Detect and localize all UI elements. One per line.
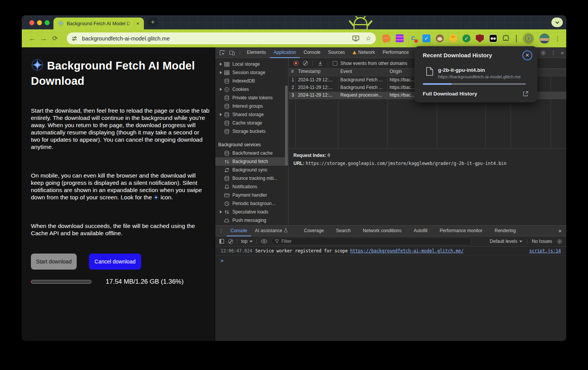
log-source-link[interactable]: script.js:14	[529, 248, 561, 254]
execution-context-selector[interactable]: top	[241, 239, 253, 244]
extension-co-icon[interactable]: C	[409, 34, 417, 42]
console-filter[interactable]	[271, 238, 472, 245]
drawer-tab-performance-monitor[interactable]: Performance monitor	[436, 226, 486, 236]
drawer-tab-search[interactable]: Search	[332, 226, 354, 236]
sidebar-item-local-storage[interactable]: Local storage	[215, 60, 288, 68]
browser-menu-kebab-icon[interactable]: ⋮	[555, 35, 560, 42]
forward-icon[interactable]: →	[38, 34, 49, 43]
expand-triangle-icon[interactable]	[218, 113, 223, 116]
drawer-menu-kebab-icon[interactable]: ⋮	[219, 228, 224, 234]
sidebar-item-storage-buckets[interactable]: Storage buckets	[215, 127, 288, 136]
default-levels-selector[interactable]: Default levels	[490, 239, 522, 244]
tab-performance[interactable]: Performance	[379, 47, 413, 58]
profile-avatar[interactable]	[540, 34, 549, 44]
drawer-tab-ai-assistance[interactable]: AI assistance	[251, 226, 292, 236]
drawer-tab-autofill[interactable]: Autofill	[410, 226, 431, 236]
expand-triangle-icon[interactable]	[218, 88, 223, 91]
extensions-puzzle-icon[interactable]	[503, 35, 510, 42]
sidebar-item-notifications[interactable]: Notifications	[215, 183, 288, 191]
extension-worker-icon[interactable]	[449, 34, 457, 42]
save-events-icon[interactable]	[317, 60, 323, 66]
drawer-close-icon[interactable]: ×	[558, 228, 562, 234]
close-window-button[interactable]	[29, 20, 34, 25]
log-scope-link[interactable]: https://backgroundfetch-ai-model.glitch.…	[350, 248, 464, 254]
tab-sources[interactable]: Sources	[324, 47, 349, 58]
start-download-button[interactable]: Start download	[31, 254, 77, 270]
sidebar-item-private-state-tokens[interactable]: Private state tokens	[215, 94, 288, 102]
omnibox[interactable]: backgroundfetch-ai-model.glitch.me ☆	[67, 32, 376, 44]
tab-elements[interactable]: Elements	[243, 47, 270, 58]
bookmark-star-icon[interactable]: ☆	[366, 34, 371, 42]
external-link-icon[interactable]	[522, 90, 529, 97]
sidebar-item-speculative-loads[interactable]: Speculative loads	[215, 208, 288, 216]
expand-triangle-icon[interactable]	[218, 210, 223, 213]
install-app-icon[interactable]	[352, 35, 359, 42]
issues-counter[interactable]: No Issues	[532, 239, 552, 244]
download-progress-button[interactable]	[523, 33, 534, 44]
sidebar-scrollbar[interactable]	[285, 86, 288, 166]
url-text[interactable]: backgroundfetch-ai-model.glitch.me	[82, 36, 352, 42]
devtools-menu-kebab-icon[interactable]: ⋮	[551, 50, 556, 56]
drawer-tab-rendering[interactable]: Rendering	[491, 226, 519, 236]
extension-shield-icon[interactable]	[476, 34, 484, 42]
sidebar-item-session-storage[interactable]: Session storage	[215, 68, 288, 77]
extension-stack-icon[interactable]	[396, 34, 404, 42]
devtools-settings-gear-icon[interactable]	[540, 50, 546, 56]
filter-input[interactable]	[281, 239, 468, 244]
sidebar-item-back-forward-cache[interactable]: Back/forward cache	[215, 149, 288, 157]
show-events-checkbox[interactable]	[333, 61, 337, 66]
extension-goggles-icon[interactable]	[489, 34, 497, 42]
new-tab-button[interactable]: +	[148, 17, 158, 27]
clear-icon[interactable]	[303, 61, 308, 66]
console-sidebar-icon[interactable]	[219, 239, 224, 244]
back-icon[interactable]: ←	[26, 34, 38, 43]
zoom-window-button[interactable]	[45, 20, 50, 25]
drawer-tab-coverage[interactable]: Coverage	[300, 226, 328, 236]
inspect-element-icon[interactable]	[219, 50, 225, 56]
tab-console[interactable]: Console	[300, 47, 324, 58]
tab-close-icon[interactable]: ×	[135, 21, 141, 26]
extension-check-blue-icon[interactable]: ✓	[422, 34, 430, 42]
devtools-close-icon[interactable]: ×	[561, 50, 564, 56]
download-file-name[interactable]: g-2b-it-gpu-int4.bin	[438, 67, 485, 73]
sidebar-item-bounce-tracking[interactable]: Bounce tracking miti...	[215, 174, 288, 183]
extension-monkey-icon[interactable]	[436, 34, 444, 42]
sidebar-item-indexeddb[interactable]: IndexedDB	[215, 77, 288, 85]
popup-close-button[interactable]: ✕	[522, 50, 532, 60]
sidebar-item-periodic-background-sync[interactable]: Periodic backgroun...	[215, 199, 288, 208]
cancel-download-button[interactable]: Cancel download	[89, 254, 141, 270]
sidebar-item-cache-storage[interactable]: Cache storage	[215, 119, 288, 127]
drawer-tab-console[interactable]: Console	[227, 226, 251, 236]
sidebar-item-shared-storage[interactable]: Shared storage	[215, 110, 288, 119]
full-download-history-link[interactable]: Full Download History	[423, 91, 477, 97]
extension-green-check-icon[interactable]: ✓	[462, 34, 470, 42]
tab-favicon-sparkle-icon	[58, 21, 64, 26]
sidebar-item-cookies[interactable]: Cookies	[215, 85, 288, 94]
drawer-tab-network-conditions[interactable]: Network conditions	[359, 226, 405, 236]
minimize-window-button[interactable]	[37, 20, 42, 25]
sidebar-item-payment-handler[interactable]: Payment handler	[215, 191, 288, 199]
sidebar-item-background-sync[interactable]: Background sync	[215, 166, 288, 174]
record-icon[interactable]	[293, 61, 298, 66]
caret-down-icon	[519, 241, 522, 242]
tab-application[interactable]: Application	[270, 47, 300, 58]
expand-triangle-icon[interactable]	[218, 71, 223, 74]
sidebar-item-push-messaging[interactable]: Push messaging	[215, 216, 288, 225]
console-settings-gear-icon[interactable]	[557, 239, 562, 244]
download-progress-fill	[423, 83, 452, 85]
sidebar-item-background-fetch[interactable]: Background fetch	[215, 157, 288, 166]
live-expression-eye-icon[interactable]	[261, 239, 267, 244]
reload-icon[interactable]: ⟳	[49, 34, 61, 42]
console-prompt-chevron[interactable]: >	[221, 258, 224, 263]
application-sidebar: Local storage Session storage IndexedDB …	[215, 58, 288, 225]
request-url-value: https://storage.googleapis.com/jmstore/k…	[306, 161, 506, 166]
tab-network[interactable]: Network	[349, 47, 379, 58]
expand-triangle-icon[interactable]	[218, 63, 223, 66]
extension-bread-icon[interactable]	[382, 34, 391, 43]
tab-search-chevron-button[interactable]	[551, 18, 563, 27]
site-settings-icon[interactable]	[71, 36, 77, 42]
device-toolbar-icon[interactable]	[229, 50, 235, 56]
browser-tab[interactable]: Background Fetch AI Model D ×	[53, 18, 144, 29]
clear-console-icon[interactable]	[228, 239, 233, 244]
sidebar-item-interest-groups[interactable]: Interest groups	[215, 102, 288, 110]
